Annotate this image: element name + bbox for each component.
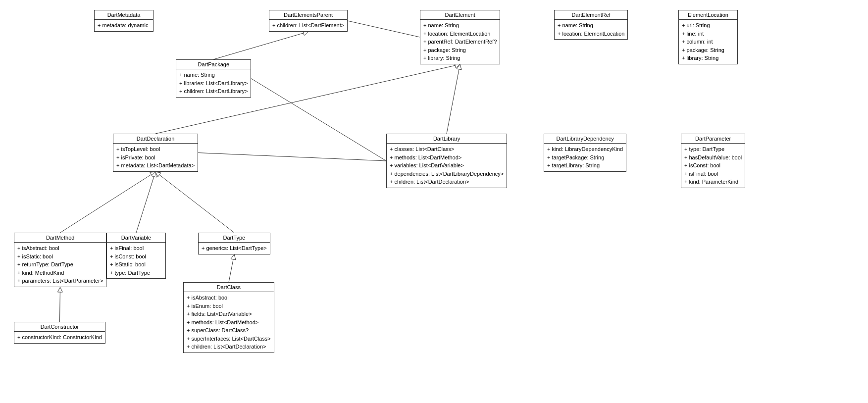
uml-box-dartconstructor: DartConstructor+ constructorKind: Constr… (14, 322, 105, 344)
uml-body-dartelementref: + name: String+ location: ElementLocatio… (555, 20, 627, 39)
uml-field: + column: int (682, 38, 734, 46)
uml-box-dartdeclaration: DartDeclaration+ isTopLevel: bool+ isPri… (113, 134, 198, 172)
uml-field: + methods: List<DartMethod> (390, 153, 504, 162)
uml-title-dartmetadata: DartMetadata (95, 10, 153, 20)
uml-box-elementlocation: ElementLocation+ uri: String+ line: int+… (678, 10, 738, 64)
uml-field: + name: String (558, 21, 624, 30)
uml-field: + location: ElementLocation (423, 30, 497, 38)
svg-line-14 (229, 259, 233, 282)
uml-title-dartlibrary: DartLibrary (387, 134, 507, 144)
uml-title-dartparameter: DartParameter (681, 134, 745, 144)
uml-field: + children: List<DartDeclaration> (390, 178, 504, 186)
svg-marker-9 (152, 172, 156, 177)
svg-marker-3 (457, 64, 461, 70)
uml-field: + metadata: dynamic (98, 21, 150, 30)
uml-field: + constructorKind: ConstructorKind (17, 333, 102, 342)
uml-field: + parentRef: DartElementRef? (423, 38, 497, 46)
uml-title-dartdeclaration: DartDeclaration (113, 134, 198, 144)
uml-body-dartvariable: + isFinal: bool+ isConst: bool+ isStatic… (107, 243, 165, 278)
uml-box-dartelementsparent: DartElementsParent+ children: List<DartE… (269, 10, 348, 32)
svg-line-10 (159, 175, 234, 233)
uml-body-dartlibrarydependency: + kind: LibraryDependencyKind+ targetPac… (544, 144, 626, 171)
svg-line-18 (198, 153, 386, 161)
uml-title-elementlocation: ElementLocation (679, 10, 737, 20)
uml-field: + library: String (682, 54, 734, 62)
uml-field: + variables: List<DartVariable> (390, 161, 504, 170)
uml-field: + hasDefaultValue: bool (684, 153, 742, 162)
svg-line-12 (60, 292, 60, 322)
uml-field: + name: String (179, 71, 248, 79)
svg-line-16 (348, 21, 420, 37)
uml-field: + metadata: List<DartMetadata> (116, 161, 195, 170)
uml-title-dartelementref: DartElementRef (555, 10, 627, 20)
uml-box-dartpackage: DartPackage+ name: String+ libraries: Li… (176, 59, 251, 98)
uml-body-darttype: + generics: List<DartType> (199, 243, 270, 254)
uml-field: + dependencies: List<DartLibraryDependen… (390, 170, 504, 178)
uml-field: + isFinal: bool (110, 244, 162, 252)
uml-body-dartelementsparent: + children: List<DartElement> (269, 20, 347, 31)
uml-box-dartelement: DartElement+ name: String+ location: Ele… (420, 10, 500, 64)
svg-marker-11 (155, 172, 161, 177)
uml-field: + line: int (682, 30, 734, 38)
uml-field: + targetLibrary: String (547, 161, 623, 170)
uml-body-dartconstructor: + constructorKind: ConstructorKind (14, 332, 105, 343)
uml-field: + package: String (682, 46, 734, 54)
uml-body-dartdeclaration: + isTopLevel: bool+ isPrivate: bool+ met… (113, 144, 198, 171)
uml-field: + generics: List<DartType> (202, 244, 267, 252)
uml-field: + isAbstract: bool (187, 294, 271, 302)
uml-title-darttype: DartType (199, 233, 270, 243)
uml-field: + type: DartType (110, 269, 162, 277)
svg-marker-13 (57, 287, 62, 292)
uml-field: + name: String (423, 21, 497, 30)
uml-body-dartmethod: + isAbstract: bool+ isStatic: bool+ retu… (14, 243, 106, 287)
uml-field: + isFinal: bool (684, 170, 742, 178)
uml-box-dartlibrarydependency: DartLibraryDependency+ kind: LibraryDepe… (544, 134, 626, 172)
uml-field: + fields: List<DartVariable> (187, 310, 271, 318)
uml-body-elementlocation: + uri: String+ line: int+ column: int+ p… (679, 20, 737, 64)
svg-marker-7 (150, 172, 155, 177)
uml-title-dartelement: DartElement (420, 10, 500, 20)
svg-line-6 (60, 174, 152, 233)
uml-field: + uri: String (682, 21, 734, 30)
uml-box-darttype: DartType+ generics: List<DartType> (198, 233, 270, 254)
uml-field: + library: String (423, 54, 497, 62)
uml-box-dartelementref: DartElementRef+ name: String+ location: … (554, 10, 628, 40)
uml-field: + kind: LibraryDependencyKind (547, 145, 623, 153)
svg-line-2 (447, 69, 459, 134)
uml-title-dartclass: DartClass (184, 283, 274, 292)
svg-line-0 (213, 33, 304, 59)
uml-field: + children: List<DartLibrary> (179, 87, 248, 96)
uml-box-dartparameter: DartParameter+ type: DartType+ hasDefaul… (681, 134, 745, 188)
uml-field: + kind: MethodKind (17, 269, 103, 277)
uml-field: + kind: ParameterKind (684, 178, 742, 186)
uml-field: + isEnum: bool (187, 302, 271, 310)
uml-title-dartelementsparent: DartElementsParent (269, 10, 347, 20)
uml-field: + isStatic: bool (110, 260, 162, 269)
uml-body-dartpackage: + name: String+ libraries: List<DartLibr… (176, 69, 251, 97)
uml-box-dartmethod: DartMethod+ isAbstract: bool+ isStatic: … (14, 233, 106, 287)
uml-field: + isConst: bool (684, 161, 742, 170)
uml-diagram: DartMetadata+ metadata: dynamicDartEleme… (0, 0, 868, 403)
uml-field: + type: DartType (684, 145, 742, 153)
uml-field: + isAbstract: bool (17, 244, 103, 252)
uml-field: + superInterfaces: List<DartClass> (187, 335, 271, 343)
uml-field: + parameters: List<DartParameter> (17, 277, 103, 285)
svg-line-17 (251, 79, 386, 161)
uml-body-dartclass: + isAbstract: bool+ isEnum: bool+ fields… (184, 292, 274, 353)
uml-title-dartlibrarydependency: DartLibraryDependency (544, 134, 626, 144)
uml-field: + location: ElementLocation (558, 30, 624, 38)
uml-field: + superClass: DartClass? (187, 326, 271, 335)
uml-body-dartmetadata: + metadata: dynamic (95, 20, 153, 31)
uml-title-dartmethod: DartMethod (14, 233, 106, 243)
uml-title-dartconstructor: DartConstructor (14, 322, 105, 332)
uml-field: + isTopLevel: bool (116, 145, 195, 153)
uml-field: + package: String (423, 46, 497, 54)
uml-field: + classes: List<DartClass> (390, 145, 504, 153)
uml-box-dartclass: DartClass+ isAbstract: bool+ isEnum: boo… (183, 282, 274, 353)
svg-marker-15 (231, 254, 236, 260)
svg-line-8 (136, 177, 154, 233)
uml-field: + returnType: DartType (17, 260, 103, 269)
uml-box-dartmetadata: DartMetadata+ metadata: dynamic (94, 10, 153, 32)
uml-field: + isStatic: bool (17, 252, 103, 261)
uml-field: + children: List<DartElement> (272, 21, 344, 30)
